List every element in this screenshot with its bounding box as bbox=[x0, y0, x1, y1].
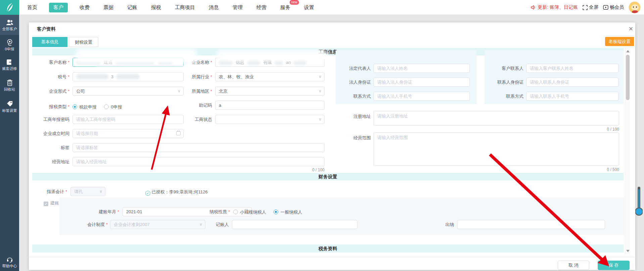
legal-id-input[interactable] bbox=[374, 78, 470, 87]
feather-logo-icon bbox=[5, 2, 14, 12]
label-tax-report-type: 报税类型 bbox=[29, 102, 69, 111]
sidebar-item-tag-settings[interactable]: 标签设置 bbox=[0, 100, 19, 113]
authorized-note: ✓已授权：李99;章辰琦;何1126 bbox=[145, 189, 208, 196]
industry-select[interactable]: 农、林、牧、渔业 ∨ bbox=[215, 72, 325, 81]
sidebar-item-recycle-bin[interactable]: 回收站 bbox=[0, 79, 19, 92]
accounting-standard-select[interactable]: 企业会计准则2007 ∨ bbox=[110, 220, 205, 229]
radio-small-scale-taxpayer[interactable] bbox=[233, 210, 238, 214]
create-books-checkbox-row[interactable]: ✓建账 bbox=[44, 200, 59, 206]
tab-finance-tax-settings[interactable]: 财税设置 bbox=[69, 37, 98, 47]
scrollbar-up-icon[interactable] bbox=[626, 50, 630, 52]
radio-label-general[interactable]: 一般纳税人 bbox=[280, 210, 302, 215]
redaction-blob bbox=[115, 60, 155, 65]
mnemonic-input[interactable] bbox=[215, 101, 325, 110]
annual-report-password-input[interactable] bbox=[72, 115, 184, 124]
radio-label-tax-declaration[interactable]: 税款申报 bbox=[79, 104, 97, 109]
reg-address-textarea[interactable] bbox=[374, 111, 619, 126]
label-company-name: 企业名称 bbox=[170, 58, 212, 67]
redaction-blob bbox=[76, 74, 108, 79]
member-button[interactable]: 畅会员 bbox=[603, 4, 624, 10]
legal-rep-input[interactable] bbox=[374, 64, 470, 73]
close-icon[interactable]: × bbox=[627, 25, 635, 33]
redacted-value-fragment: 3 bbox=[111, 74, 113, 79]
boss-settings-button[interactable]: 老板端设置 bbox=[605, 37, 634, 46]
radio-zero-declaration[interactable] bbox=[104, 104, 109, 109]
nav-services[interactable]: 服务 new bbox=[278, 3, 292, 12]
app-logo[interactable] bbox=[0, 0, 19, 15]
zero-report-icon bbox=[6, 39, 13, 46]
avatar[interactable] bbox=[629, 1, 641, 13]
region-value: 北京 bbox=[219, 89, 228, 94]
nav-services-label: 服务 bbox=[280, 4, 290, 10]
checkbox-checked-icon[interactable]: ✓ bbox=[44, 201, 48, 206]
label-mnemonic: 助记码 bbox=[170, 101, 212, 110]
business-scope-textarea[interactable] bbox=[374, 132, 619, 166]
nav-bookkeeping[interactable]: 记账 bbox=[125, 3, 139, 12]
customer-name-input[interactable]: 建通 bbox=[72, 58, 184, 67]
modal-scrollbar[interactable] bbox=[625, 48, 630, 254]
label-tax-no: 税号 bbox=[29, 72, 69, 81]
sidebar-item-label: 标签设置 bbox=[0, 108, 19, 113]
nav-invoices[interactable]: 票据 bbox=[101, 3, 115, 12]
radio-label-zero-declaration[interactable]: 0申报 bbox=[111, 104, 122, 109]
nav-settings[interactable]: 设置 bbox=[302, 3, 316, 12]
thermometer-widget[interactable] bbox=[635, 187, 643, 218]
taxpayer-type-group: 小规模纳税人 一般纳税人 bbox=[233, 207, 308, 217]
fullscreen-label: 全屏 bbox=[589, 4, 598, 10]
fullscreen-icon bbox=[583, 5, 588, 10]
accountant-select[interactable]: 谭孔 ∨ bbox=[70, 187, 105, 196]
redaction-blob bbox=[275, 60, 283, 65]
save-button[interactable]: 保 存 bbox=[598, 261, 630, 270]
headset-icon bbox=[6, 256, 13, 263]
label-business-status: 工商状态 bbox=[170, 115, 212, 124]
tab-basic-info[interactable]: 基本信息 bbox=[32, 37, 67, 47]
calendar-icon bbox=[176, 131, 181, 135]
contact-input[interactable] bbox=[526, 64, 618, 73]
sidebar-item-account-migration[interactable]: 账套迁移 bbox=[0, 59, 19, 71]
book-month-input[interactable] bbox=[122, 207, 252, 216]
sidebar-item-zero-report[interactable]: 0申报 bbox=[0, 39, 19, 51]
sidebar-item-help-center[interactable]: 帮助中心 bbox=[0, 256, 19, 268]
scrollbar-thumb[interactable] bbox=[626, 55, 630, 100]
radio-tax-declaration[interactable] bbox=[72, 104, 77, 109]
modal-title: 客户资料 bbox=[37, 26, 56, 32]
region-select[interactable]: 北京 ∨ bbox=[215, 87, 325, 96]
contact-phone-input[interactable] bbox=[526, 92, 618, 101]
tags-input[interactable] bbox=[72, 143, 325, 152]
nav-fees[interactable]: 收费 bbox=[78, 3, 92, 12]
label-industry: 所属行业 bbox=[170, 72, 212, 81]
nav-business-projects[interactable]: 工商项目 bbox=[173, 3, 197, 12]
company-form-select[interactable]: 公司 ∨ bbox=[72, 87, 184, 96]
redaction-smear bbox=[96, 66, 197, 71]
radio-general-taxpayer[interactable] bbox=[274, 210, 278, 214]
scrollbar-down-icon[interactable] bbox=[626, 250, 630, 252]
company-name-input[interactable]: 信息 有限 an bbox=[215, 58, 325, 67]
books-subpanel bbox=[59, 197, 624, 235]
sidebar-item-all-customers[interactable]: 全部客户 bbox=[0, 15, 19, 35]
nav-operation[interactable]: 经营 bbox=[254, 3, 268, 12]
chevron-down-icon: ∨ bbox=[318, 115, 321, 124]
authorized-text: 已授权：李99;章辰琦;何1126 bbox=[152, 189, 208, 194]
nav-tax[interactable]: 报税 bbox=[149, 3, 163, 12]
contact-id-input[interactable] bbox=[526, 78, 618, 87]
nav-messages[interactable]: 消息 bbox=[207, 3, 221, 12]
cashier-input[interactable] bbox=[457, 220, 605, 229]
trash-icon bbox=[7, 79, 13, 86]
fullscreen-button[interactable]: 全屏 bbox=[583, 4, 598, 10]
established-date-input[interactable] bbox=[72, 129, 184, 138]
business-status-select[interactable]: ∨ bbox=[215, 115, 325, 124]
tax-no-input[interactable]: 3 bbox=[72, 72, 184, 81]
nav-home[interactable]: 首页 bbox=[25, 3, 39, 12]
update-notice-text: 更新: 账簿、日记账 bbox=[538, 4, 578, 10]
tax-report-type-group: 税款申报 0申报 bbox=[72, 102, 128, 111]
update-notice[interactable]: 更新: 账簿、日记账 bbox=[531, 4, 578, 10]
nav-management[interactable]: 管理 bbox=[231, 3, 245, 12]
business-address-input[interactable] bbox=[72, 157, 325, 166]
nav-customers[interactable]: 客户 bbox=[49, 3, 68, 12]
bookkeeper-input[interactable] bbox=[232, 220, 357, 229]
speaker-icon bbox=[531, 5, 536, 10]
radio-label-small-scale[interactable]: 小规模纳税人 bbox=[240, 210, 266, 215]
cancel-button[interactable]: 取 消 bbox=[558, 261, 589, 270]
legal-phone-input[interactable] bbox=[374, 92, 470, 101]
redaction-blob bbox=[247, 60, 260, 65]
